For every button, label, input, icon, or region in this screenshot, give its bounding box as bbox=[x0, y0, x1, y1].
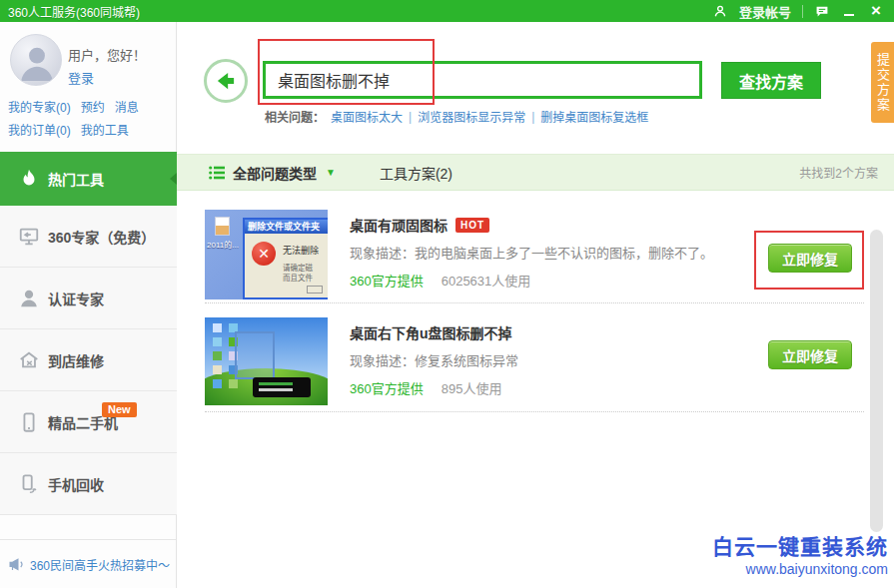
xp-selection-box bbox=[235, 331, 275, 379]
back-arrow-icon bbox=[213, 68, 239, 94]
appointment-link[interactable]: 预约 bbox=[81, 98, 105, 115]
card-separator bbox=[205, 302, 864, 303]
monitor-icon bbox=[18, 226, 40, 248]
phone-recycle-icon bbox=[18, 473, 40, 495]
find-solution-button[interactable]: 查找方案 bbox=[721, 62, 821, 99]
megaphone-icon bbox=[8, 555, 26, 573]
sidebar-item-label: 360专家（免费） bbox=[48, 227, 155, 247]
xp-ok-button bbox=[307, 286, 323, 294]
flame-icon bbox=[18, 168, 40, 190]
list-icon bbox=[209, 166, 225, 180]
usage-count: 6025631人使用 bbox=[442, 271, 531, 290]
recruit-link[interactable]: 360民间高手火热招募中～ bbox=[30, 556, 170, 573]
scrollbar-thumb[interactable] bbox=[870, 230, 883, 532]
sidebar-item-certified-experts[interactable]: 认证专家 bbox=[0, 268, 177, 329]
link-separator: | bbox=[531, 110, 534, 124]
result-description: 现象描述：我的电脑桌面上多了一些不认识的图标，删除不了。 bbox=[350, 243, 713, 262]
xp-file-icon bbox=[215, 217, 230, 236]
fix-now-button-2[interactable]: 立即修复 bbox=[768, 340, 852, 369]
result-thumbnail-desktop[interactable] bbox=[205, 317, 328, 405]
result-description: 现象描述：修复系统图标异常 bbox=[350, 350, 518, 369]
sidebar-item-phone-recycle[interactable]: 手机回收 bbox=[0, 453, 177, 515]
sidebar-bottom: 360民间高手火热招募中～ bbox=[0, 539, 176, 588]
sidebar-item-label: 到店维修 bbox=[48, 350, 104, 370]
my-experts-link[interactable]: 我的专家(0) bbox=[8, 98, 71, 115]
user-links-row1: 我的专家(0) 预约 消息 bbox=[8, 98, 139, 115]
back-button[interactable] bbox=[204, 59, 248, 103]
related-link-2[interactable]: 浏览器图标显示异常 bbox=[418, 108, 525, 125]
related-link-1[interactable]: 桌面图标太大 bbox=[331, 108, 403, 125]
minimize-button[interactable] bbox=[841, 3, 857, 19]
phone-icon bbox=[18, 411, 40, 433]
feedback-chat-icon[interactable] bbox=[814, 3, 830, 19]
chevron-down-icon[interactable] bbox=[326, 167, 336, 178]
search-input[interactable] bbox=[263, 61, 702, 99]
hot-badge: HOT bbox=[455, 218, 489, 233]
related-label: 相关问题： bbox=[265, 108, 325, 125]
login-account-button[interactable]: 登录帐号 bbox=[739, 2, 791, 21]
result-meta: 360官方提供 6025631人使用 bbox=[350, 271, 530, 290]
card-separator bbox=[205, 411, 864, 412]
avatar[interactable] bbox=[10, 34, 62, 86]
official-source-label: 360官方提供 bbox=[350, 378, 424, 397]
result-thumbnail-error-dialog[interactable]: 2011的... 删除文件或文件夹 ✕ 无法删除 请确定磁 而且文件 bbox=[205, 210, 328, 299]
sidebar-menu: 热门工具 360专家（免费） 认证专家 到店维修 bbox=[0, 152, 177, 515]
sidebar-item-label: 认证专家 bbox=[48, 289, 104, 308]
result-count: 共找到2个方案 bbox=[799, 164, 878, 181]
usage-count: 895人使用 bbox=[442, 378, 502, 397]
result-meta: 360官方提供 895人使用 bbox=[350, 378, 501, 397]
xp-dialog-line2: 请确定磁 而且文件 bbox=[283, 264, 313, 284]
filter-bar: 全部问题类型 工具方案(2) 共找到2个方案 bbox=[177, 154, 894, 191]
titlebar: 360人工服务(360同城帮) 登录帐号 bbox=[0, 0, 894, 22]
sidebar-item-secondhand-phones[interactable]: 精品二手机 New bbox=[0, 391, 177, 453]
fix-now-button-1[interactable]: 立即修复 bbox=[768, 244, 852, 273]
all-question-types-dropdown[interactable]: 全部问题类型 bbox=[233, 163, 317, 183]
watermark-title: 白云一键重装系统 bbox=[712, 530, 888, 560]
tool-solutions-tab[interactable]: 工具方案(2) bbox=[380, 163, 452, 183]
sidebar-item-store-repair[interactable]: 到店维修 bbox=[0, 329, 177, 391]
app-window: 360人工服务(360同城帮) 登录帐号 用户，您好！ 登录 我的专家(0) 预… bbox=[0, 0, 894, 588]
watermark: 白云一键重装系统 www.baiyunxitong.com bbox=[712, 530, 888, 577]
sidebar-item-label: 热门工具 bbox=[48, 169, 104, 189]
house-wrench-icon bbox=[18, 349, 40, 371]
sidebar: 用户，您好！ 登录 我的专家(0) 预约 消息 我的订单(0) 我的工具 热门工… bbox=[0, 22, 177, 588]
close-button[interactable] bbox=[868, 3, 884, 19]
sidebar-login-link[interactable]: 登录 bbox=[68, 68, 94, 87]
titlebar-divider bbox=[802, 5, 803, 18]
result-title[interactable]: 桌面右下角u盘图标删不掉 bbox=[350, 322, 512, 342]
xp-dialog-title: 删除文件或文件夹 bbox=[245, 220, 328, 234]
result-title[interactable]: 桌面有顽固图标 HOT bbox=[350, 215, 489, 235]
active-item-notch bbox=[170, 173, 177, 185]
submit-solution-tab[interactable]: 提交方案 bbox=[871, 42, 894, 123]
my-tools-link[interactable]: 我的工具 bbox=[81, 121, 129, 138]
xp-error-dialog: 删除文件或文件夹 ✕ 无法删除 请确定磁 而且文件 bbox=[243, 218, 328, 299]
sidebar-item-360-experts[interactable]: 360专家（免费） bbox=[0, 206, 177, 268]
official-source-label: 360官方提供 bbox=[350, 271, 424, 290]
xp-desktop-icons bbox=[213, 323, 222, 332]
watermark-url: www.baiyunxitong.com bbox=[712, 561, 888, 577]
sidebar-item-label: 手机回收 bbox=[48, 474, 104, 494]
person-icon bbox=[18, 288, 40, 309]
titlebar-controls: 登录帐号 bbox=[712, 2, 884, 21]
link-separator: | bbox=[409, 110, 412, 124]
messages-link[interactable]: 消息 bbox=[115, 98, 139, 115]
my-orders-link[interactable]: 我的订单(0) bbox=[8, 121, 71, 138]
related-questions: 相关问题： 桌面图标太大 | 浏览器图标显示异常 | 删掉桌面图标复选框 bbox=[265, 108, 648, 125]
user-greeting: 用户，您好！ bbox=[68, 45, 146, 64]
xp-file-label: 2011的... bbox=[207, 239, 239, 250]
user-icon bbox=[712, 3, 728, 19]
xp-dialog-line1: 无法删除 bbox=[283, 244, 319, 257]
error-x-icon: ✕ bbox=[252, 242, 276, 266]
xp-tooltip bbox=[253, 377, 311, 397]
user-links-row2: 我的订单(0) 我的工具 bbox=[8, 121, 129, 138]
sidebar-item-hot-tools[interactable]: 热门工具 bbox=[0, 152, 177, 206]
new-badge: New bbox=[102, 402, 137, 417]
related-link-3[interactable]: 删掉桌面图标复选框 bbox=[540, 108, 648, 125]
window-title: 360人工服务(360同城帮) bbox=[8, 3, 140, 20]
